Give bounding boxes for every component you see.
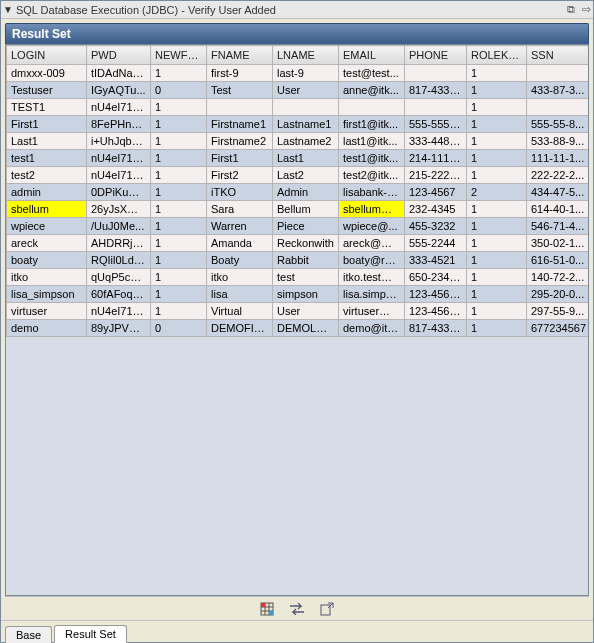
cell-pwd[interactable]: qUqP5cyx... <box>87 269 151 286</box>
table-row[interactable]: wpiece/UuJ0Me...1WarrenPiecewpiece@...45… <box>7 218 589 235</box>
cell-email[interactable] <box>339 99 405 116</box>
cell-fname[interactable]: Boaty <box>207 252 273 269</box>
cell-phone[interactable]: 555-2244 <box>405 235 467 252</box>
cell-fname[interactable] <box>207 99 273 116</box>
cell-login[interactable]: dmxxx-009 <box>7 65 87 82</box>
cell-pwd[interactable]: i+UhJqb9... <box>87 133 151 150</box>
cell-fname[interactable]: Virtual <box>207 303 273 320</box>
table-row[interactable]: admin0DPiKuNIr...1iTKOAdminlisabank-a...… <box>7 184 589 201</box>
cell-pwd[interactable]: tIDAdNa3... <box>87 65 151 82</box>
table-row[interactable]: TestuserIGyAQTu...0TestUseranne@itk...81… <box>7 82 589 99</box>
table-row[interactable]: itkoqUqP5cyx...1itkotestitko.test@...650… <box>7 269 589 286</box>
cell-rolekey[interactable]: 1 <box>467 82 527 99</box>
cell-rolekey[interactable]: 1 <box>467 150 527 167</box>
cell-lname[interactable]: simpson <box>273 286 339 303</box>
forward-icon[interactable]: ⇨ <box>582 3 591 15</box>
cell-fname[interactable]: DEMOFIRST <box>207 320 273 337</box>
cell-pwd[interactable]: 8FePHnF0... <box>87 116 151 133</box>
cell-lname[interactable]: Lastname2 <box>273 133 339 150</box>
cell-fname[interactable]: First1 <box>207 150 273 167</box>
cell-rolekey[interactable]: 1 <box>467 167 527 184</box>
column-header[interactable]: NEWFLAG <box>151 46 207 65</box>
cell-login[interactable]: areck <box>7 235 87 252</box>
cell-ssn[interactable]: 546-71-4... <box>527 218 589 235</box>
cell-email[interactable]: test1@itk... <box>339 150 405 167</box>
cell-ssn[interactable]: 555-55-8... <box>527 116 589 133</box>
table-row[interactable]: test2nU4eI71b...1First2Last2test2@itk...… <box>7 167 589 184</box>
cell-newflag[interactable]: 1 <box>151 252 207 269</box>
cell-pwd[interactable]: IGyAQTu... <box>87 82 151 99</box>
cell-phone[interactable]: 214-111-... <box>405 150 467 167</box>
cell-phone[interactable]: 650-234-... <box>405 269 467 286</box>
table-row[interactable]: demo89yJPVNn...0DEMOFIRSTDEMOLASTdemo@it… <box>7 320 589 337</box>
cell-ssn[interactable]: 614-40-1... <box>527 201 589 218</box>
cell-rolekey[interactable]: 1 <box>467 269 527 286</box>
table-row[interactable]: sbellum26yJsXNp...1SaraBellumsbellum@...… <box>7 201 589 218</box>
cell-pwd[interactable]: nU4eI71b... <box>87 167 151 184</box>
detach-icon[interactable]: ⧉ <box>567 3 575 15</box>
table-row[interactable]: lisa_simpson60fAFoq+...1lisasimpsonlisa.… <box>7 286 589 303</box>
cell-fname[interactable]: First2 <box>207 167 273 184</box>
cell-fname[interactable]: Sara <box>207 201 273 218</box>
cell-fname[interactable]: Amanda <box>207 235 273 252</box>
cell-login[interactable]: wpiece <box>7 218 87 235</box>
cell-email[interactable]: test2@itk... <box>339 167 405 184</box>
cell-newflag[interactable]: 1 <box>151 235 207 252</box>
cell-phone[interactable]: 123-4567 <box>405 184 467 201</box>
cell-email[interactable]: itko.test@... <box>339 269 405 286</box>
cell-ssn[interactable] <box>527 65 589 82</box>
column-header[interactable]: FNAME <box>207 46 273 65</box>
tab-result-set[interactable]: Result Set <box>54 625 127 643</box>
cell-rolekey[interactable]: 1 <box>467 116 527 133</box>
cell-phone[interactable]: 333-448-... <box>405 133 467 150</box>
cell-email[interactable]: boaty@ra... <box>339 252 405 269</box>
cell-rolekey[interactable]: 1 <box>467 235 527 252</box>
cell-lname[interactable]: DEMOLAST <box>273 320 339 337</box>
table-row[interactable]: TEST1nU4eI71b...11 <box>7 99 589 116</box>
cell-pwd[interactable]: 89yJPVNn... <box>87 320 151 337</box>
cell-email[interactable]: sbellum@... <box>339 201 405 218</box>
table-row[interactable]: dmxxx-009tIDAdNa3...1first-9last-9test@t… <box>7 65 589 82</box>
cell-rolekey[interactable]: 1 <box>467 286 527 303</box>
cell-lname[interactable]: Piece <box>273 218 339 235</box>
table-row[interactable]: areckAHDRRjD...1AmandaReckonwithareck@my… <box>7 235 589 252</box>
cell-pwd[interactable]: nU4eI71b... <box>87 99 151 116</box>
cell-login[interactable]: TEST1 <box>7 99 87 116</box>
cell-login[interactable]: sbellum <box>7 201 87 218</box>
cell-phone[interactable]: 555-555-... <box>405 116 467 133</box>
column-header[interactable]: SSN <box>527 46 589 65</box>
table-row[interactable]: virtusernU4eI71b...1VirtualUservirtuser@… <box>7 303 589 320</box>
cell-lname[interactable]: Reckonwith <box>273 235 339 252</box>
cell-email[interactable]: demo@itk... <box>339 320 405 337</box>
cell-login[interactable]: demo <box>7 320 87 337</box>
column-header[interactable]: EMAIL <box>339 46 405 65</box>
cell-email[interactable]: virtuser@i... <box>339 303 405 320</box>
cell-fname[interactable]: Firstname2 <box>207 133 273 150</box>
cell-email[interactable]: wpiece@... <box>339 218 405 235</box>
cell-ssn[interactable] <box>527 99 589 116</box>
cell-pwd[interactable]: RQIil0Ldp... <box>87 252 151 269</box>
cell-newflag[interactable]: 1 <box>151 201 207 218</box>
collapse-triangle-icon[interactable]: ▼ <box>3 4 13 15</box>
cell-phone[interactable]: 817-433-... <box>405 320 467 337</box>
cell-login[interactable]: admin <box>7 184 87 201</box>
cell-email[interactable]: areck@my... <box>339 235 405 252</box>
cell-fname[interactable]: iTKO <box>207 184 273 201</box>
cell-email[interactable]: test@test... <box>339 65 405 82</box>
cell-ssn[interactable]: 222-22-2... <box>527 167 589 184</box>
table-row[interactable]: Last1i+UhJqb9...1Firstname2Lastname2last… <box>7 133 589 150</box>
cell-rolekey[interactable]: 1 <box>467 65 527 82</box>
cell-newflag[interactable]: 1 <box>151 150 207 167</box>
cell-fname[interactable]: first-9 <box>207 65 273 82</box>
cell-pwd[interactable]: nU4eI71b... <box>87 150 151 167</box>
column-header[interactable]: PHONE <box>405 46 467 65</box>
table-row[interactable]: boatyRQIil0Ldp...1BoatyRabbitboaty@ra...… <box>7 252 589 269</box>
cell-rolekey[interactable]: 1 <box>467 320 527 337</box>
cell-ssn[interactable]: 140-72-2... <box>527 269 589 286</box>
cell-fname[interactable]: Firstname1 <box>207 116 273 133</box>
cell-fname[interactable]: itko <box>207 269 273 286</box>
cell-rolekey[interactable]: 1 <box>467 218 527 235</box>
cell-newflag[interactable]: 1 <box>151 65 207 82</box>
cell-email[interactable]: last1@itk... <box>339 133 405 150</box>
cell-newflag[interactable]: 1 <box>151 303 207 320</box>
